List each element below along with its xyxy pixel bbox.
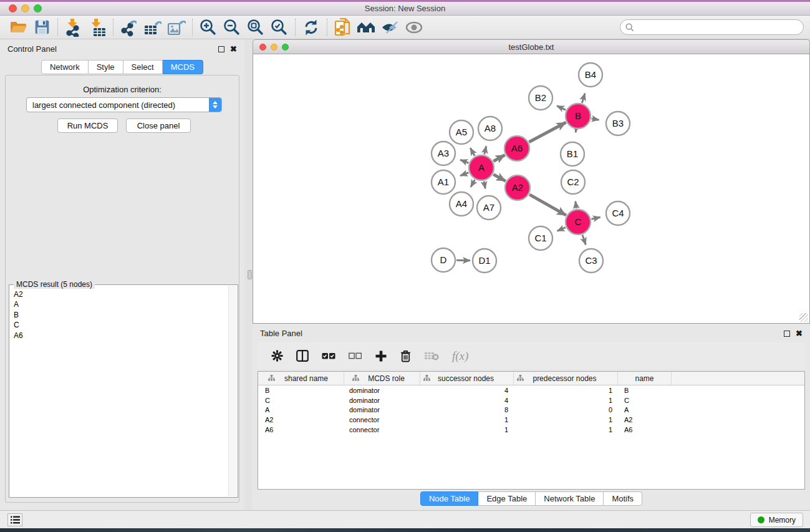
graph-node-B2[interactable]: B2 (529, 86, 552, 110)
edge-A-A5[interactable] (470, 148, 475, 156)
table-cell[interactable]: B (258, 387, 344, 394)
open-session-icon[interactable] (6, 17, 30, 37)
table-cell[interactable]: 1 (514, 416, 618, 423)
tab-network[interactable]: Network (41, 60, 89, 74)
criterion-dropdown[interactable]: largest connected component (directed) (26, 97, 222, 112)
tab-edge-table[interactable]: Edge Table (478, 491, 536, 506)
import-network-icon[interactable] (62, 17, 85, 37)
float-panel-icon[interactable] (218, 46, 224, 52)
graph-node-A3[interactable]: A3 (432, 142, 455, 165)
edge-A6-B[interactable] (529, 122, 566, 142)
table-cell[interactable]: 4 (420, 397, 514, 404)
table-cell[interactable]: connector (344, 416, 420, 423)
window-resize-grip[interactable] (799, 313, 808, 322)
edge-C-C4[interactable] (591, 217, 600, 219)
graph-node-B1[interactable]: B1 (561, 142, 584, 166)
edge-B-B3[interactable] (592, 118, 599, 120)
close-panel-icon[interactable]: ✖ (230, 46, 237, 52)
mcds-result-item[interactable]: C (14, 320, 228, 330)
table-cell[interactable]: dominator (344, 387, 420, 394)
table-cell[interactable]: B (618, 387, 672, 394)
graph-node-A6[interactable]: A6 (504, 136, 529, 161)
tab-style[interactable]: Style (89, 60, 123, 74)
deselect-all-icon[interactable] (349, 352, 362, 360)
graph-node-A2[interactable]: A2 (505, 175, 530, 200)
edge-A-A3[interactable] (460, 160, 468, 163)
table-cell[interactable]: A2 (258, 416, 344, 423)
edge-C-C2[interactable] (576, 201, 576, 208)
graph-node-B4[interactable]: B4 (579, 63, 602, 87)
tab-network-table[interactable]: Network Table (536, 491, 604, 506)
graph-node-B3[interactable]: B3 (606, 112, 630, 135)
table-cell[interactable]: 0 (514, 406, 618, 414)
export-table-icon[interactable] (141, 17, 165, 37)
manage-networks-icon[interactable] (355, 17, 378, 37)
table-cell[interactable]: A (258, 406, 344, 414)
vertical-splitter-grip[interactable] (248, 270, 252, 279)
edge-B-B4[interactable] (582, 94, 585, 103)
show-hide-panels-icon[interactable] (402, 17, 426, 37)
graph-node-C[interactable]: C (566, 210, 591, 235)
edge-A-A8[interactable] (485, 146, 486, 154)
edge-A-A2[interactable] (493, 175, 505, 181)
table-cell[interactable]: A (618, 406, 672, 414)
save-session-icon[interactable] (30, 17, 54, 37)
graph-node-D[interactable]: D (432, 248, 455, 272)
zoom-in-icon[interactable] (196, 17, 220, 37)
edge-A-A1[interactable] (460, 173, 468, 176)
table-cell[interactable]: A6 (258, 426, 344, 433)
tab-motifs[interactable]: Motifs (604, 491, 642, 506)
table-cell[interactable]: C (258, 397, 344, 404)
table-cell[interactable]: A6 (618, 426, 672, 433)
graph-node-A4[interactable]: A4 (450, 192, 473, 216)
graph-node-B[interactable]: B (566, 104, 591, 128)
network-canvas[interactable]: B4B2BB3A8A5A6A3B1AA1C2A2A4A7C4CC1DD1C3 (253, 54, 810, 324)
edge-A-A6[interactable] (493, 155, 504, 162)
refresh-view-icon[interactable] (299, 17, 323, 37)
mcds-result-list[interactable]: A2ABCA6 (11, 287, 228, 496)
close-table-panel-icon[interactable]: ✖ (796, 331, 803, 337)
export-network-icon[interactable] (117, 17, 141, 37)
graph-node-C1[interactable]: C1 (529, 226, 552, 250)
tab-select[interactable]: Select (123, 60, 163, 74)
table-row[interactable]: Bdominator41B (258, 385, 804, 395)
table-cell[interactable]: 1 (420, 416, 514, 423)
column-header-MCDS-role[interactable]: MCDS role (344, 372, 420, 385)
gear-icon[interactable] (271, 350, 283, 362)
delete-icon[interactable] (400, 350, 411, 362)
table-row[interactable]: Cdominator41C (258, 395, 804, 405)
table-cell[interactable]: connector (344, 426, 420, 433)
edge-B-B2[interactable] (557, 106, 566, 110)
table-cell[interactable]: dominator (344, 406, 420, 414)
mcds-result-item[interactable]: A6 (14, 331, 228, 341)
edge-C-C3[interactable] (582, 235, 586, 245)
float-table-panel-icon[interactable] (784, 331, 790, 337)
toggle-graphics-details-icon[interactable] (378, 17, 402, 37)
graph-node-C2[interactable]: C2 (561, 170, 585, 194)
task-history-button[interactable] (7, 513, 22, 526)
edge-B-B1[interactable] (576, 130, 576, 133)
graph-node-C3[interactable]: C3 (579, 249, 603, 273)
zoom-selected-icon[interactable] (268, 17, 291, 37)
table-cell[interactable]: 1 (514, 426, 618, 433)
graph-node-A8[interactable]: A8 (478, 117, 502, 140)
graph-node-A5[interactable]: A5 (450, 120, 473, 144)
tab-mcds[interactable]: MCDS (163, 60, 203, 74)
mcds-result-scrollbar[interactable] (228, 286, 237, 496)
run-mcds-button[interactable]: Run MCDS (57, 118, 118, 133)
graph-node-D1[interactable]: D1 (473, 249, 496, 273)
graph-node-A7[interactable]: A7 (477, 196, 501, 220)
edge-C-C1[interactable] (557, 228, 566, 231)
select-all-icon[interactable] (322, 352, 335, 360)
tab-node-table[interactable]: Node Table (420, 491, 479, 506)
table-cell[interactable]: 1 (420, 426, 514, 433)
add-icon[interactable] (375, 350, 387, 362)
table-cell[interactable]: 1 (514, 387, 618, 394)
table-cell[interactable]: dominator (344, 397, 420, 404)
graph-node-A[interactable]: A (469, 155, 494, 180)
column-header-name[interactable]: name (618, 372, 672, 385)
column-header-predecessor-nodes[interactable]: predecessor nodes (514, 372, 618, 385)
table-cell[interactable]: A2 (618, 416, 672, 423)
edge-A2-C[interactable] (529, 195, 566, 215)
duplicate-network-icon[interactable] (331, 17, 355, 37)
